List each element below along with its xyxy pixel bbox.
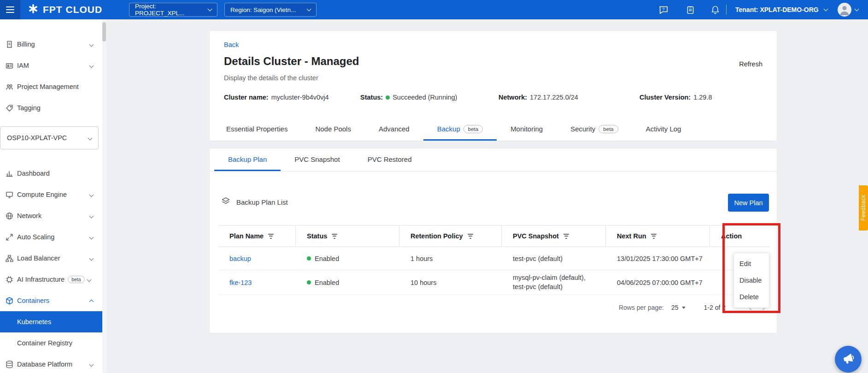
backup-plan-list-header: Backup Plan List (221, 193, 288, 211)
clipboard-icon[interactable] (685, 4, 696, 15)
sidebar-item-tagging[interactable]: Tagging (0, 97, 102, 118)
account-menu[interactable] (838, 3, 858, 17)
column-header-pvc-snapshot: PVC Snapshot (502, 225, 606, 247)
backup-panel-card: Backup Plan PVC Snapshot PVC Restored Ba… (209, 148, 777, 333)
tab-advanced[interactable]: Advanced (365, 118, 423, 141)
column-header-next-run: Next Run (606, 225, 710, 247)
sidebar-item-ai-infrastructure[interactable]: AI Infrastructure beta (0, 269, 102, 290)
status-green-dot (307, 280, 311, 284)
sidebar-item-network[interactable]: Network (0, 205, 102, 226)
avatar (838, 3, 851, 17)
page-subtitle: Display the details of the cluster (224, 74, 318, 82)
tenant-selector[interactable]: Tenant: XPLAT-DEMO-ORG (735, 0, 827, 19)
subtab-pvc-restored[interactable]: PVC Restored (354, 148, 426, 171)
megaphone-icon (842, 352, 855, 367)
vpc-selector[interactable]: OSP10-XPLAT-VPC (0, 126, 99, 149)
sidebar-item-kubernetes[interactable]: Kubernetes (0, 311, 102, 332)
sidebar-item-project-management[interactable]: Project Management (0, 76, 102, 97)
sidebar-item-container-registry[interactable]: Container Registry (0, 332, 102, 354)
chevron-down-icon (89, 213, 94, 218)
cluster-tabs: Essential Properties Node Pools Advanced… (210, 118, 777, 141)
region-selector[interactable]: Region: Saigon (Vietn... (224, 3, 317, 17)
status-green-dot (307, 256, 311, 261)
iam-icon (5, 61, 14, 70)
sidebar-scrollbar-thumb[interactable] (102, 22, 106, 41)
column-header-plan-name: Plan Name (218, 225, 296, 247)
refresh-button[interactable]: Refresh (739, 60, 762, 68)
sidebar-item-billing[interactable]: Billing (0, 34, 102, 55)
tab-node-pools[interactable]: Node Pools (301, 118, 365, 141)
announcement-fab[interactable] (835, 346, 862, 373)
rows-per-page-label: Rows per page: (619, 304, 664, 311)
dashboard-icon (5, 169, 14, 178)
tab-backup[interactable]: Backupbeta (423, 118, 497, 141)
tab-monitoring[interactable]: Monitoring (497, 118, 557, 141)
hamburger-menu-button[interactable] (0, 0, 20, 19)
auto-scaling-icon (5, 232, 14, 242)
next-run-cell: 04/06/2025 07:00:00 GMT+7 (606, 279, 710, 286)
action-menu-item-disable[interactable]: Disable (734, 272, 769, 289)
table-row: fke-123 Enabled 10 hours mysql-pv-claim … (218, 270, 770, 295)
network-globe-icon (5, 211, 14, 220)
sidebar-scrollbar[interactable] (102, 19, 106, 373)
action-menu-item-edit[interactable]: Edit (734, 255, 769, 272)
plan-name-link[interactable]: backup (229, 255, 251, 262)
beta-badge: beta (68, 276, 84, 283)
chevron-down-icon (88, 136, 93, 140)
chevron-down-icon (89, 192, 94, 197)
logo-text: FPT CLOUD (43, 4, 102, 15)
sidebar-item-dashboard[interactable]: Dashboard (0, 163, 102, 184)
feedback-tab[interactable]: Feedback (859, 185, 868, 231)
page-title: Details Cluster - Managed (224, 55, 359, 68)
tab-essential-properties[interactable]: Essential Properties (212, 118, 301, 141)
backup-subtabs: Backup Plan PVC Snapshot PVC Restored (210, 148, 777, 172)
notifications-bell-icon[interactable] (710, 4, 721, 15)
chevron-down-icon (89, 362, 94, 367)
fpt-cloud-logo: FPT CLOUD (28, 0, 102, 19)
chevron-up-icon (89, 299, 94, 304)
database-icon (5, 360, 14, 369)
sidebar-item-load-balancer[interactable]: Load Balancer (0, 248, 102, 269)
action-menu-item-delete[interactable]: Delete (734, 289, 769, 305)
backup-table: Plan Name Status Retention Policy PVC Sn… (218, 225, 770, 295)
project-selector[interactable]: Project: PROJECT_XPL... (129, 3, 217, 17)
tab-security[interactable]: Securitybeta (557, 118, 632, 141)
chevron-down-icon (87, 277, 91, 282)
cluster-name-field: Cluster name:mycluster-9b4v0vj4 (224, 94, 329, 101)
chevron-down-icon (855, 6, 859, 11)
pvc-snapshot-cell: test-pvc (default) (502, 255, 606, 262)
chevron-down-icon (89, 235, 94, 239)
filter-icon[interactable] (651, 234, 657, 239)
support-chat-icon[interactable]: ? (658, 4, 669, 15)
subtab-backup-plan[interactable]: Backup Plan (214, 148, 281, 171)
new-plan-button[interactable]: New Plan (728, 194, 769, 212)
chevron-down-icon (307, 6, 311, 11)
sidebar-item-compute-engine[interactable]: Compute Engine (0, 184, 102, 205)
chevron-down-icon (89, 42, 94, 47)
ai-chip-icon (5, 275, 14, 284)
back-link[interactable]: Back (224, 41, 239, 48)
table-header-row: Plan Name Status Retention Policy PVC Sn… (218, 225, 770, 247)
filter-icon[interactable] (468, 234, 473, 239)
status-cell: Enabled (296, 279, 399, 286)
status-green-dot (386, 95, 390, 100)
beta-badge: beta (598, 125, 618, 133)
filter-icon[interactable] (563, 234, 569, 239)
sidebar-item-containers[interactable]: Containers (0, 290, 102, 311)
sidebar-item-auto-scaling[interactable]: Auto Scaling (0, 226, 102, 248)
billing-icon (5, 40, 14, 49)
sidebar-item-iam[interactable]: IAM (0, 55, 102, 76)
topbar: FPT CLOUD Project: PROJECT_XPL... Region… (0, 0, 868, 19)
subtab-pvc-snapshot[interactable]: PVC Snapshot (281, 148, 353, 171)
beta-badge: beta (463, 125, 483, 133)
cluster-details-card: Back Details Cluster - Managed Display t… (209, 30, 777, 141)
pvc-snapshot-cell: mysql-pv-claim (default),test-pvc (defau… (502, 273, 606, 291)
filter-icon[interactable] (268, 234, 274, 239)
cluster-version-field: Cluster Version:1.29.8 (639, 94, 712, 101)
rows-per-page-select[interactable]: 25 (671, 304, 686, 311)
tab-activity-log[interactable]: Activity Log (632, 118, 695, 141)
plan-name-link[interactable]: fke-123 (229, 279, 252, 286)
sidebar-item-database-platform[interactable]: Database Platform (0, 354, 102, 373)
filter-icon[interactable] (332, 234, 337, 239)
column-header-action: Action (710, 225, 770, 247)
